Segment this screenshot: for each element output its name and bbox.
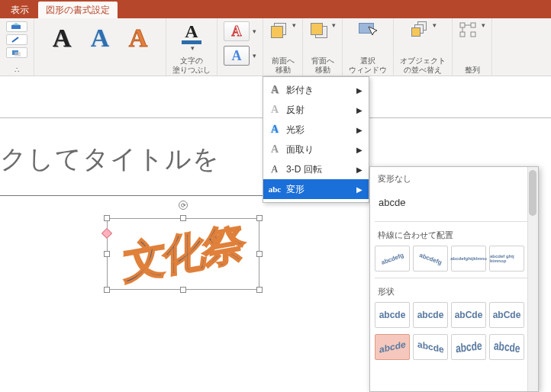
text-outline-button[interactable]: A — [224, 21, 250, 41]
transform-warp-r2-3[interactable]: abcde — [451, 334, 486, 360]
svg-rect-2 — [14, 52, 21, 56]
shape-fill-label: ∴ — [14, 66, 19, 75]
transform-warp-r1-4[interactable]: abCde — [489, 302, 524, 328]
title-placeholder[interactable]: クしてタイトルを — [0, 142, 220, 177]
glow-icon: A — [268, 123, 282, 137]
transform-warp-r1-3[interactable]: abCde — [451, 302, 486, 328]
menu-item-shadow[interactable]: A 影付き ▶ — [263, 80, 369, 100]
ribbon: ∴ A A A A ▾ 文字の 塗りつぶし A ▾ A ▾ — [0, 18, 551, 76]
menu-item-reflection[interactable]: A 反射 ▶ — [263, 100, 369, 120]
wordart-styles-group: A A A — [34, 18, 166, 76]
submenu-arrow-icon: ▶ — [356, 86, 362, 95]
menu-item-label: 3-D 回転 — [286, 163, 322, 176]
transform-path-4[interactable]: abcdef ghij kimnop — [489, 246, 524, 272]
svg-rect-0 — [11, 25, 21, 29]
selection-pane-group[interactable]: 選択 ウィンドウ — [343, 18, 394, 76]
arrange-group[interactable]: ▾ 整列 — [453, 18, 492, 76]
shadow-icon: A — [268, 83, 282, 97]
menu-item-label: 反射 — [286, 104, 304, 117]
submenu-arrow-icon: ▶ — [356, 185, 362, 194]
text-effects-button[interactable]: A — [224, 46, 250, 66]
arrange-icon — [459, 21, 480, 38]
transform-gallery: 変形なし abcde 枠線に合わせて配置 abcdefg abcdefg abc… — [369, 166, 539, 392]
text-fill-label: 文字の 塗りつぶし — [172, 56, 211, 74]
submenu-arrow-icon: ▶ — [356, 126, 362, 134]
send-backward-icon — [309, 21, 330, 38]
submenu-arrow-icon: ▶ — [356, 146, 362, 154]
chevron-down-icon: ▾ — [292, 21, 296, 29]
shape-fill-group: ∴ — [0, 18, 34, 76]
chevron-down-icon: ▾ — [433, 21, 437, 29]
menu-item-3d-rotation[interactable]: A 3-D 回転 ▶ — [263, 159, 369, 179]
text-fill-group: A ▾ 文字の 塗りつぶし — [166, 18, 218, 76]
shape-fill-button[interactable] — [6, 21, 27, 32]
menu-item-transform[interactable]: abc 変形 ▶ — [263, 179, 369, 199]
bring-forward-label: 前面へ 移動 — [272, 56, 295, 74]
bevel-icon: A — [268, 143, 282, 156]
bring-forward-group[interactable]: ▾ 前面へ 移動 — [263, 18, 303, 76]
shape-outline-button[interactable] — [6, 34, 27, 45]
transform-warp-r1-2[interactable]: abcde — [413, 302, 448, 328]
svg-rect-6 — [471, 32, 475, 37]
text-outline-effects-group: A ▾ A ▾ — [218, 18, 263, 76]
gallery-scrollbar[interactable] — [527, 167, 538, 391]
scrollbar-thumb[interactable] — [529, 170, 536, 216]
menu-item-label: 影付き — [286, 84, 314, 97]
transform-warp-r2-2[interactable]: abcde — [413, 334, 448, 360]
chevron-down-icon: ▾ — [253, 27, 256, 35]
menu-item-bevel[interactable]: A 面取り ▶ — [263, 140, 369, 159]
reorder-label: オブジェクト の並べ替え — [400, 56, 446, 74]
transform-path-2[interactable]: abcdefg — [413, 246, 448, 272]
wordart-style-2[interactable]: A — [83, 21, 117, 55]
bring-forward-icon — [269, 21, 291, 38]
reflection-icon: A — [268, 103, 282, 117]
transform-icon: abc — [268, 182, 282, 196]
wordart-text[interactable]: 文化祭 — [124, 214, 243, 294]
category-warp: 形状 — [370, 280, 538, 300]
wordart-style-1[interactable]: A — [45, 21, 79, 55]
selection-pane-icon — [357, 21, 379, 38]
menu-item-glow[interactable]: A 光彩 ▶ — [263, 120, 369, 140]
rotate-handle[interactable]: ⟳ — [179, 201, 188, 210]
reorder-group[interactable]: ▾ オブジェクト の並べ替え — [394, 18, 453, 76]
transform-none[interactable]: abcde — [375, 189, 533, 215]
chevron-down-icon: ▾ — [482, 21, 485, 29]
selection-pane-label: 選択 ウィンドウ — [349, 56, 387, 74]
chevron-down-icon: ▾ — [191, 44, 195, 52]
send-backward-label: 背面へ 移動 — [311, 56, 334, 74]
category-follow-path: 枠線に合わせて配置 — [370, 223, 538, 244]
menu-item-label: 光彩 — [286, 124, 304, 137]
send-backward-group[interactable]: ▾ 背面へ 移動 — [303, 18, 343, 76]
text-fill-button[interactable]: A ▾ — [182, 21, 201, 52]
chevron-down-icon: ▾ — [253, 52, 256, 59]
transform-warp-r2-1-selected[interactable]: abcde — [375, 334, 410, 360]
reorder-icon — [410, 21, 431, 38]
wordart-style-3[interactable]: A — [121, 21, 155, 55]
transform-warp-r2-4[interactable]: abcde — [489, 334, 524, 360]
arrange-label: 整列 — [465, 66, 480, 75]
rotation-3d-icon: A — [267, 160, 279, 178]
text-effects-menu: A 影付き ▶ A 反射 ▶ A 光彩 ▶ A 面取り ▶ A 3-D 回転 ▶… — [263, 76, 369, 203]
svg-rect-3 — [460, 23, 465, 27]
category-no-transform: 変形なし — [370, 167, 538, 188]
submenu-arrow-icon: ▶ — [356, 106, 362, 114]
title-bar: 表示 図形の書式設定 — [0, 0, 551, 18]
svg-rect-5 — [460, 32, 465, 37]
chevron-down-icon: ▾ — [332, 21, 336, 29]
submenu-arrow-icon: ▶ — [356, 165, 362, 174]
transform-path-1[interactable]: abcdefg — [375, 246, 410, 272]
tab-view[interactable]: 表示 — [3, 2, 37, 18]
transform-warp-r1-1[interactable]: abcde — [375, 302, 410, 328]
transform-path-3[interactable]: abcdefghijklmno — [451, 246, 486, 272]
tab-shape-format[interactable]: 図形の書式設定 — [38, 2, 118, 18]
menu-item-label: 変形 — [286, 183, 304, 196]
shape-effects-button[interactable] — [6, 47, 27, 58]
wordart-textbox[interactable]: ⟳ 文化祭 — [107, 218, 259, 290]
menu-item-label: 面取り — [286, 143, 314, 156]
svg-rect-4 — [471, 23, 475, 27]
